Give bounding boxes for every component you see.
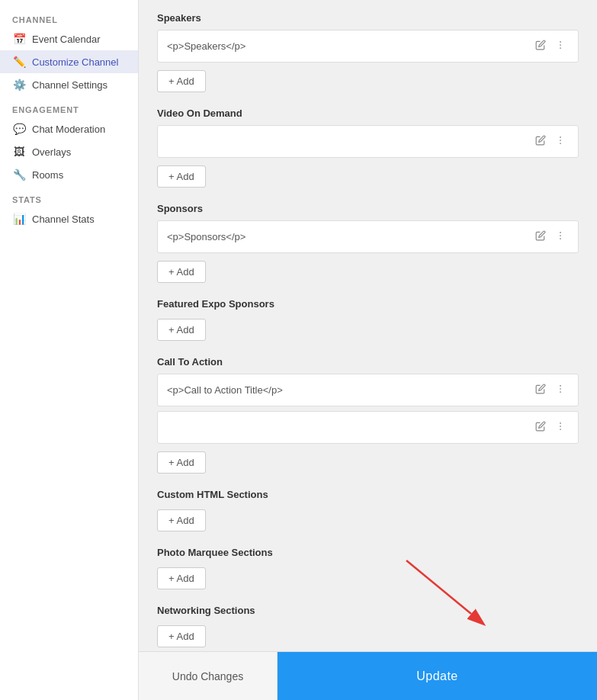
- add-button-featured-expo-sponsors[interactable]: + Add: [157, 319, 206, 341]
- section-title-video-on-demand: Video On Demand: [157, 108, 579, 119]
- sidebar-item-label: Channel Settings: [32, 79, 108, 91]
- svg-point-10: [560, 388, 561, 390]
- chat-icon: 💬: [12, 123, 26, 135]
- sidebar-item-channel-stats[interactable]: 📊 Channel Stats: [0, 207, 138, 230]
- svg-point-2: [560, 47, 561, 49]
- item-row-cta-row-1: <p>Call to Action Title</p>: [157, 374, 579, 406]
- undo-changes-button[interactable]: Undo Changes: [139, 652, 278, 700]
- edit-button-cta-row-1[interactable]: [532, 382, 549, 398]
- settings-icon: ⚙️: [12, 79, 26, 91]
- stats-section-label: STATS: [0, 186, 138, 207]
- section-featured-expo-sponsors: Featured Expo Sponsors+ Add: [157, 298, 579, 341]
- item-row-cta-row-2: [157, 411, 579, 444]
- more-button-sponsors-row-1[interactable]: [552, 229, 569, 245]
- item-actions-speakers-row-1: [532, 38, 569, 54]
- item-row-vod-row-1: [157, 125, 579, 158]
- overlays-icon: 🖼: [12, 146, 26, 158]
- add-button-video-on-demand[interactable]: + Add: [157, 165, 206, 188]
- section-title-networking-sections: Networking Sections: [157, 605, 579, 616]
- rooms-icon: 🔧: [12, 169, 26, 181]
- sidebar-item-rooms[interactable]: 🔧 Rooms: [0, 163, 138, 186]
- section-sponsors: Sponsors<p>Sponsors</p>+ Add: [157, 203, 579, 283]
- sidebar-item-overlays[interactable]: 🖼 Overlays: [0, 140, 138, 163]
- section-title-sponsors: Sponsors: [157, 203, 579, 214]
- item-actions-vod-row-1: [532, 133, 569, 149]
- svg-point-9: [560, 385, 561, 387]
- svg-point-3: [560, 136, 561, 138]
- section-title-custom-html-sections: Custom HTML Sections: [157, 489, 579, 500]
- more-button-vod-row-1[interactable]: [552, 133, 569, 149]
- svg-point-11: [560, 391, 561, 393]
- sidebar-item-label: Event Calendar: [32, 34, 101, 45]
- item-row-speakers-row-1: <p>Speakers</p>: [157, 30, 579, 63]
- main-content: Speakers<p>Speakers</p>+ AddVideo On Dem…: [139, 0, 597, 700]
- more-button-speakers-row-1[interactable]: [552, 38, 569, 54]
- sidebar: CHANNEL 📅 Event Calendar ✏️ Customize Ch…: [0, 0, 139, 700]
- sidebar-item-label: Chat Moderation: [32, 124, 105, 135]
- svg-point-5: [560, 143, 561, 144]
- sidebar-item-event-calendar[interactable]: 📅 Event Calendar: [0, 27, 138, 50]
- more-button-cta-row-1[interactable]: [552, 382, 569, 398]
- svg-point-14: [560, 429, 561, 430]
- sidebar-item-channel-settings[interactable]: ⚙️ Channel Settings: [0, 73, 138, 96]
- section-speakers: Speakers<p>Speakers</p>+ Add: [157, 12, 579, 92]
- add-button-photo-marquee-sections[interactable]: + Add: [157, 567, 206, 589]
- sidebar-item-label: Overlays: [32, 146, 71, 158]
- add-button-speakers[interactable]: + Add: [157, 70, 206, 92]
- sidebar-item-label: Rooms: [32, 169, 63, 181]
- calendar-icon: 📅: [12, 33, 26, 45]
- more-button-cta-row-2[interactable]: [552, 419, 569, 435]
- item-row-sponsors-row-1: <p>Sponsors</p>: [157, 220, 579, 253]
- item-actions-cta-row-2: [532, 419, 569, 435]
- sidebar-item-label: Customize Channel: [32, 56, 118, 68]
- section-title-photo-marquee-sections: Photo Marquee Sections: [157, 547, 579, 558]
- svg-point-0: [560, 41, 561, 43]
- add-button-sponsors[interactable]: + Add: [157, 261, 206, 283]
- svg-point-6: [560, 232, 561, 233]
- section-title-call-to-action: Call To Action: [157, 356, 579, 368]
- edit-button-speakers-row-1[interactable]: [532, 38, 549, 54]
- section-title-speakers: Speakers: [157, 12, 579, 24]
- section-video-on-demand: Video On Demand+ Add: [157, 108, 579, 188]
- section-title-featured-expo-sponsors: Featured Expo Sponsors: [157, 298, 579, 310]
- sidebar-item-customize-channel[interactable]: ✏️ Customize Channel: [0, 50, 138, 73]
- bottom-bar: Undo Changes Update: [139, 651, 597, 700]
- svg-point-1: [560, 44, 561, 46]
- svg-point-4: [560, 140, 561, 141]
- edit-button-sponsors-row-1[interactable]: [532, 229, 549, 245]
- stats-icon: 📊: [12, 213, 26, 225]
- customize-icon: ✏️: [12, 56, 26, 68]
- section-networking-sections: Networking Sections+ Add: [157, 605, 579, 647]
- section-custom-html-sections: Custom HTML Sections+ Add: [157, 489, 579, 531]
- sidebar-item-label: Channel Stats: [32, 214, 95, 225]
- svg-point-13: [560, 425, 561, 427]
- item-text-cta-row-1: <p>Call to Action Title</p>: [167, 384, 532, 396]
- section-call-to-action: Call To Action<p>Call to Action Title</p…: [157, 356, 579, 474]
- svg-point-7: [560, 235, 561, 236]
- add-button-networking-sections[interactable]: + Add: [157, 625, 206, 647]
- item-text-speakers-row-1: <p>Speakers</p>: [167, 40, 532, 52]
- add-button-call-to-action[interactable]: + Add: [157, 451, 206, 474]
- sidebar-item-chat-moderation[interactable]: 💬 Chat Moderation: [0, 117, 138, 140]
- add-button-custom-html-sections[interactable]: + Add: [157, 509, 206, 531]
- edit-button-vod-row-1[interactable]: [532, 133, 549, 149]
- svg-point-8: [560, 238, 561, 239]
- scroll-area[interactable]: Speakers<p>Speakers</p>+ AddVideo On Dem…: [139, 0, 597, 651]
- item-actions-cta-row-1: [532, 382, 569, 398]
- item-text-sponsors-row-1: <p>Sponsors</p>: [167, 231, 532, 242]
- channel-section-label: CHANNEL: [0, 6, 138, 27]
- update-button[interactable]: Update: [278, 652, 597, 700]
- item-actions-sponsors-row-1: [532, 229, 569, 245]
- section-photo-marquee-sections: Photo Marquee Sections+ Add: [157, 547, 579, 589]
- edit-button-cta-row-2[interactable]: [532, 419, 549, 435]
- engagement-section-label: ENGAGEMENT: [0, 96, 138, 117]
- svg-point-12: [560, 422, 561, 424]
